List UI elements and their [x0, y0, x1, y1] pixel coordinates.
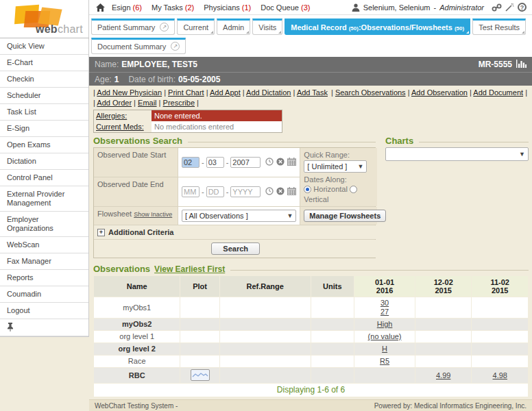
tab-patient-summary[interactable]: Patient Summary↗: [91, 18, 175, 35]
sidebar-item-checkin[interactable]: Checkin: [0, 71, 88, 88]
start-month-input[interactable]: [182, 157, 200, 168]
help-icon[interactable]: ?: [518, 3, 527, 12]
additional-criteria-row[interactable]: + Additional Criteria: [94, 225, 377, 239]
observation-value-link[interactable]: R5: [380, 357, 389, 366]
sparkline-plot-icon[interactable]: [191, 369, 210, 381]
sidebar-item-control-panel[interactable]: Control Panel: [0, 170, 88, 186]
column-header-12-02-2015: 12-022015: [415, 276, 472, 297]
sidebar-item-webscan[interactable]: WebScan: [0, 237, 88, 253]
sidebar-item-logout[interactable]: Logout: [0, 303, 88, 319]
sidebar-item-fax-manager[interactable]: Fax Manager: [0, 253, 88, 270]
start-clear-icon[interactable]: [276, 158, 285, 167]
observation-value-link[interactable]: 4.99: [436, 371, 450, 380]
observation-value-link[interactable]: High: [377, 320, 393, 329]
sidebar-item-reports[interactable]: Reports: [0, 270, 88, 286]
value-cell: 4.98: [472, 368, 528, 383]
tab-admin[interactable]: Admin: [217, 18, 250, 35]
action-link-add-dictation[interactable]: Add Dictation: [246, 88, 291, 97]
user-name[interactable]: Selenium, Selenium: [363, 3, 431, 12]
allergies-row: Allergies: None entered.: [94, 110, 282, 121]
popout-icon[interactable]: ↗: [160, 23, 169, 32]
sidebar-item-e-sign[interactable]: E-Sign: [0, 121, 88, 137]
flowsheet-select[interactable]: [ All Observations ]▼: [182, 210, 296, 222]
webchart-logo[interactable]: webchart: [0, 0, 89, 38]
nav-item-physicians[interactable]: Physicians (1): [204, 3, 251, 12]
view-earliest-first-link[interactable]: View Earliest First: [154, 264, 225, 274]
charts-select[interactable]: ▼: [385, 147, 529, 161]
nav-item-doc-queue[interactable]: Doc Queue (3): [261, 3, 310, 12]
value-cell: [472, 343, 528, 355]
dates-along-vertical-radio[interactable]: [350, 186, 357, 193]
sidebar-item-coumadin[interactable]: Coumadin: [0, 286, 88, 303]
observation-value-link[interactable]: H: [382, 345, 387, 353]
home-icon[interactable]: [96, 3, 105, 12]
action-link-add-new-physician[interactable]: Add New Physician: [97, 88, 162, 97]
observed-date-start-inputs: - -: [178, 148, 300, 177]
start-day-input[interactable]: [206, 157, 224, 168]
sidebar-pin-button[interactable]: [0, 319, 88, 336]
expand-plus-icon[interactable]: +: [97, 229, 105, 236]
wand-icon[interactable]: [505, 3, 514, 12]
column-header-01-01-2016: 01-012016: [354, 276, 415, 297]
sidebar-item-employer-organizations[interactable]: Employer Organizations: [0, 212, 88, 237]
link-chain-icon[interactable]: [492, 3, 502, 12]
units-cell: [311, 343, 354, 355]
observation-value-link[interactable]: 27: [380, 308, 389, 316]
start-year-input[interactable]: [230, 157, 261, 168]
allergies-link[interactable]: Allergies:: [96, 112, 127, 120]
webchart-app: webchart Quick ViewE-ChartCheckinSchedul…: [0, 0, 532, 411]
tab-test-results[interactable]: Test Results: [472, 18, 526, 35]
sidebar-item-e-chart[interactable]: E-Chart: [0, 55, 88, 71]
tab-document-summary[interactable]: Document Summary↗: [91, 38, 186, 54]
nav-item-my-tasks[interactable]: My Tasks (2): [152, 3, 194, 12]
footer-powered-by: Powered by: Medical Informatics Engineer…: [374, 402, 527, 410]
sidebar-item-scheduler[interactable]: Scheduler: [0, 88, 88, 104]
observation-value-link[interactable]: (no value): [368, 332, 402, 341]
action-link-search-observations[interactable]: Search Observations: [335, 88, 406, 97]
value-cell: [415, 356, 472, 367]
end-year-input[interactable]: [230, 186, 261, 197]
action-link-email[interactable]: Email: [138, 99, 157, 107]
sidebar-item-task-list[interactable]: Task List: [0, 104, 88, 121]
manage-flowsheets-button[interactable]: Manage Flowsheets: [304, 210, 386, 222]
start-time-clock-icon[interactable]: [265, 158, 274, 167]
end-month-input[interactable]: [182, 186, 200, 197]
sidebar-item-dictation[interactable]: Dictation: [0, 153, 88, 170]
observation-value-link[interactable]: 30: [380, 299, 389, 308]
current-meds-row: Current Meds: No medications entered: [94, 121, 282, 132]
dates-along-label: Dates Along:: [304, 175, 374, 184]
tab-current[interactable]: Current: [177, 18, 215, 35]
observation-value-link[interactable]: 4.98: [493, 371, 507, 380]
end-time-clock-icon[interactable]: [265, 187, 274, 197]
plot-cell[interactable]: [180, 368, 219, 383]
observations-title: Observations: [93, 264, 150, 274]
units-cell: [311, 368, 354, 383]
show-inactive-link[interactable]: Show Inactive: [134, 211, 172, 218]
sidebar-item-quick-view[interactable]: Quick View: [0, 38, 88, 55]
tab-visits[interactable]: Visits: [252, 18, 282, 35]
action-link-add-appt[interactable]: Add Appt: [210, 88, 241, 97]
sidebar-item-open-exams[interactable]: Open Exams: [0, 137, 88, 153]
action-link-add-order[interactable]: Add Order: [97, 99, 132, 107]
tab-medical-record-50-observations-flowsheets-50[interactable]: Medical Record (50):Observations/Flowshe…: [285, 18, 470, 35]
action-link-print-chart[interactable]: Print Chart: [168, 88, 204, 97]
dates-along-horizontal-radio[interactable]: [304, 186, 311, 193]
quick-range-select[interactable]: [ Unlimited ]▼: [304, 160, 367, 173]
action-link-add-observation[interactable]: Add Observation: [411, 88, 468, 97]
user-separator: -: [434, 3, 437, 12]
action-link-add-document[interactable]: Add Document: [473, 88, 523, 97]
nav-item-esign[interactable]: Esign (6): [112, 3, 142, 12]
end-calendar-icon[interactable]: [287, 187, 296, 197]
current-meds-link[interactable]: Current Meds:: [96, 123, 144, 131]
start-calendar-icon[interactable]: [287, 158, 296, 167]
end-day-input[interactable]: [206, 186, 224, 197]
action-link-add-task[interactable]: Add Task: [297, 88, 328, 97]
search-button[interactable]: Search: [211, 242, 260, 255]
end-clear-icon[interactable]: [276, 187, 285, 197]
quick-range-label: Quick Range:: [304, 151, 374, 159]
popout-icon[interactable]: ↗: [171, 42, 180, 51]
action-link-prescribe[interactable]: Prescribe: [163, 99, 195, 107]
dates-along-horizontal-label: Horizontal: [313, 185, 348, 193]
histogram-icon[interactable]: [516, 60, 527, 70]
sidebar-item-external-provider-management[interactable]: External Provider Management: [0, 186, 88, 212]
